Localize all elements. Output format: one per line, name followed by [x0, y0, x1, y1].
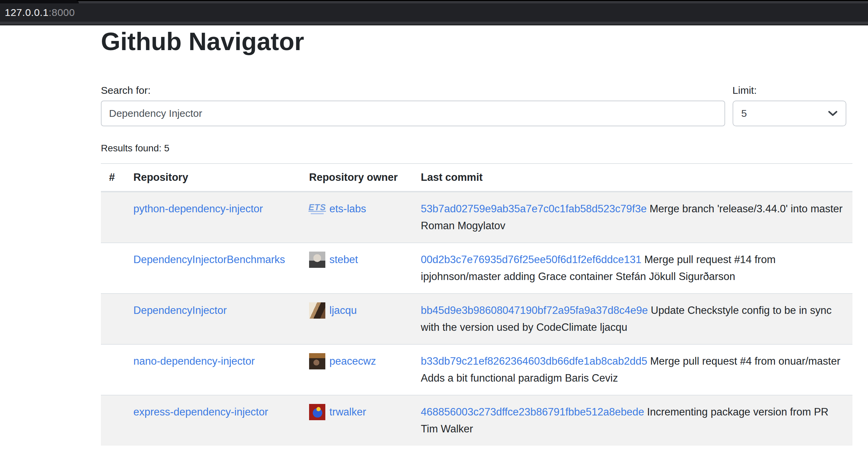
- owner-cell: ljacqu: [301, 294, 413, 344]
- owner-link[interactable]: peacecwz: [329, 353, 376, 370]
- commit-author: Stefán Jökull Sigurðarson: [616, 271, 735, 282]
- commit-cell: 00d2b3c7e76935d76f25ee50f6d1f2ef6ddce131…: [413, 243, 852, 294]
- owner-avatar-label: ETS: [308, 203, 326, 212]
- owner-avatar: ETS: [309, 201, 325, 217]
- row-index-cell: [101, 192, 125, 243]
- results-count: Results found: 5: [101, 143, 852, 154]
- limit-label: Limit:: [733, 84, 852, 96]
- owner-link[interactable]: trwalker: [329, 404, 366, 421]
- owner-wrap: stebet: [309, 251, 405, 268]
- table-row: express-dependency-injector trwalker 468…: [101, 395, 852, 446]
- owner-avatar: [309, 404, 325, 420]
- limit-select-value: 5: [741, 108, 828, 119]
- address-bar-port: :8000: [49, 7, 75, 18]
- commit-cell: 53b7ad02759e9ab35a7e7c0c1fab58d523c79f3e…: [413, 192, 852, 243]
- address-bar-host: 127.0.0.1: [5, 7, 49, 18]
- owner-cell: ETS ets-labs: [301, 192, 413, 243]
- browser-tab-corner: [0, 0, 79, 3]
- browser-tab-strip: [0, 0, 868, 3]
- limit-select[interactable]: 5: [733, 101, 846, 126]
- repository-cell: python-dependency-injector: [125, 192, 301, 243]
- owner-link[interactable]: ljacqu: [329, 302, 357, 319]
- commit-message: Merge branch 'release/3.44.0' into maste…: [650, 203, 843, 215]
- commit-hash-link[interactable]: 00d2b3c7e76935d76f25ee50f6d1f2ef6ddce131: [421, 254, 642, 265]
- owner-cell: stebet: [301, 243, 413, 294]
- browser-chrome: 127.0.0.1:8000: [0, 0, 868, 25]
- commit-cell: b33db79c21ef8262364603db66dfe1ab8cab2dd5…: [413, 344, 852, 395]
- owner-link[interactable]: stebet: [329, 251, 358, 268]
- owner-wrap: peacecwz: [309, 353, 405, 370]
- results-table: # Repository Repository owner Last commi…: [101, 163, 852, 446]
- header-last-commit: Last commit: [413, 164, 852, 192]
- table-row: nano-dependency-injector peacecwz b33db7…: [101, 344, 852, 395]
- owner-link[interactable]: ets-labs: [329, 200, 366, 217]
- repository-link[interactable]: DependencyInjector: [133, 304, 227, 316]
- owner-wrap: ljacqu: [309, 302, 405, 319]
- browser-toolbar-strip: [0, 22, 868, 24]
- header-owner: Repository owner: [301, 164, 413, 192]
- repository-link[interactable]: express-dependency-injector: [133, 406, 268, 418]
- chevron-down-icon: [828, 110, 838, 116]
- limit-field-group: Limit: 5: [733, 84, 852, 126]
- commit-hash-link[interactable]: 468856003c273dffce23b86791fbbe512a8ebede: [421, 406, 644, 418]
- commit-author: Tim Walker: [421, 423, 473, 435]
- row-index-cell: [101, 344, 125, 395]
- table-row: DependencyInjectorBenchmarks stebet 00d2…: [101, 243, 852, 294]
- commit-cell: 468856003c273dffce23b86791fbbe512a8ebede…: [413, 395, 852, 446]
- repository-cell: nano-dependency-injector: [125, 344, 301, 395]
- row-index-cell: [101, 243, 125, 294]
- search-form: Search for: Limit: 5: [101, 84, 852, 126]
- commit-hash-link[interactable]: b33db79c21ef8262364603db66dfe1ab8cab2dd5: [421, 355, 647, 367]
- page-title: Github Navigator: [101, 27, 852, 57]
- table-row: DependencyInjector ljacqu bb45d9e3b98608…: [101, 294, 852, 344]
- owner-avatar: [309, 252, 325, 268]
- repository-cell: express-dependency-injector: [125, 395, 301, 446]
- address-bar[interactable]: 127.0.0.1:8000: [0, 3, 868, 22]
- search-field-group: Search for:: [101, 84, 725, 126]
- page-content: Github Navigator Search for: Limit: 5 Re…: [0, 25, 868, 446]
- commit-hash-link[interactable]: bb45d9e3b98608047190bf72a95fa9a37d8c4e9e: [421, 304, 648, 316]
- row-index-cell: [101, 294, 125, 344]
- repository-cell: DependencyInjectorBenchmarks: [125, 243, 301, 294]
- owner-avatar: [309, 302, 325, 319]
- commit-author: Roman Mogylatov: [421, 220, 505, 232]
- owner-wrap: trwalker: [309, 404, 405, 421]
- table-row: python-dependency-injector ETS ets-labs …: [101, 192, 852, 243]
- search-label: Search for:: [101, 84, 725, 96]
- header-repository: Repository: [125, 164, 301, 192]
- repository-link[interactable]: nano-dependency-injector: [133, 355, 255, 367]
- owner-cell: peacecwz: [301, 344, 413, 395]
- repository-cell: DependencyInjector: [125, 294, 301, 344]
- owner-avatar: [309, 353, 325, 369]
- commit-message: Incrementing package version from PR: [647, 406, 828, 418]
- owner-wrap: ETS ets-labs: [309, 200, 405, 217]
- row-index-cell: [101, 395, 125, 446]
- repository-link[interactable]: python-dependency-injector: [133, 203, 263, 215]
- table-header-row: # Repository Repository owner Last commi…: [101, 164, 852, 192]
- commit-hash-link[interactable]: 53b7ad02759e9ab35a7e7c0c1fab58d523c79f3e: [421, 203, 647, 215]
- search-input[interactable]: [101, 101, 725, 126]
- header-index: #: [101, 164, 125, 192]
- commit-author: Baris Ceviz: [565, 372, 618, 384]
- results-table-body: python-dependency-injector ETS ets-labs …: [101, 192, 852, 446]
- commit-cell: bb45d9e3b98608047190bf72a95fa9a37d8c4e9e…: [413, 294, 852, 344]
- commit-author: ljacqu: [600, 321, 627, 333]
- repository-link[interactable]: DependencyInjectorBenchmarks: [133, 254, 285, 265]
- owner-cell: trwalker: [301, 395, 413, 446]
- browser-toolbar-divider: [0, 24, 868, 25]
